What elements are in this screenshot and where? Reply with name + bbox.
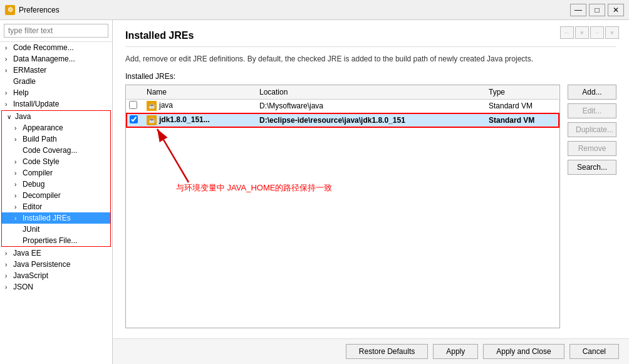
window-controls: — □ ✕ xyxy=(570,4,624,16)
sidebar-item-label: Help xyxy=(13,88,29,97)
sidebar-item-code-coverage[interactable]: Code Coverag... xyxy=(2,145,110,156)
sidebar-item-decompiler[interactable]: ›Decompiler xyxy=(2,190,110,201)
row-checkbox-cell xyxy=(127,113,142,127)
arrow-icon: ∨ xyxy=(7,113,13,120)
window-title: Preferences xyxy=(19,6,60,14)
nav-forward-button[interactable]: → xyxy=(590,26,604,39)
sidebar-item-label: Code Coverag... xyxy=(23,146,77,155)
sidebar: ›Code Recomme...›Data Manageme...›ERMast… xyxy=(0,20,113,364)
jre-table: Name Location Type ☕javaD:\Mysoftware\ja… xyxy=(126,85,559,128)
action-btn-duplicate[interactable]: Duplicate... xyxy=(568,122,616,137)
arrow-icon: › xyxy=(5,273,11,279)
sidebar-item-label: Properties File... xyxy=(23,236,77,245)
sidebar-item-label: Java Persistence xyxy=(13,260,70,269)
java-group-box: ∨Java›Appearance›Build PathCode Coverag.… xyxy=(1,110,111,247)
sidebar-item-label: Editor xyxy=(23,202,42,211)
arrow-icon: › xyxy=(5,56,11,63)
arrow-icon: › xyxy=(5,261,11,268)
svg-line-1 xyxy=(157,129,189,182)
arrow-icon: › xyxy=(5,101,11,108)
sidebar-item-javascript[interactable]: ›JavaScript xyxy=(0,270,112,281)
arrow-icon: › xyxy=(14,159,21,165)
arrow-icon: › xyxy=(14,125,21,132)
bottom-btn-restoredefaults[interactable]: Restore Defaults xyxy=(346,344,428,359)
bottom-btn-apply[interactable]: Apply xyxy=(433,344,478,359)
search-input[interactable] xyxy=(4,24,108,38)
sidebar-item-junit[interactable]: JUnit xyxy=(2,224,110,235)
sidebar-item-label: Install/Update xyxy=(13,100,59,108)
sidebar-item-label: JSON xyxy=(13,283,33,291)
sidebar-item-java-ee[interactable]: ›Java EE xyxy=(0,247,112,259)
row-checkbox-cell xyxy=(127,100,142,113)
sidebar-item-label: Code Style xyxy=(23,157,60,166)
row-type: Standard VM xyxy=(484,100,559,113)
title-bar: ⚙ Preferences — □ ✕ xyxy=(0,0,629,20)
jre-table-container: Name Location Type ☕javaD:\Mysoftware\ja… xyxy=(125,85,560,328)
arrow-icon: › xyxy=(14,204,21,211)
jre-icon: ☕ xyxy=(147,101,157,111)
col-type-header: Type xyxy=(484,85,559,100)
arrow-icon: › xyxy=(14,136,21,143)
sidebar-item-code-recommender[interactable]: ›Code Recomme... xyxy=(0,42,112,53)
minimize-button[interactable]: — xyxy=(570,4,586,16)
sidebar-item-label: Installed JREs xyxy=(23,214,71,222)
sidebar-item-label: Java EE xyxy=(13,249,41,257)
content-area: ← ▾ → ▾ Installed JREs Add, remove or ed… xyxy=(113,20,629,338)
app-icon: ⚙ xyxy=(5,5,15,15)
sidebar-item-label: Java xyxy=(15,112,31,121)
action-btn-edit[interactable]: Edit... xyxy=(568,103,616,118)
nav-back-button[interactable]: ← xyxy=(560,26,574,39)
bottom-btn-applyandclose[interactable]: Apply and Close xyxy=(483,344,564,359)
row-checkbox[interactable] xyxy=(129,101,137,109)
maximize-button[interactable]: □ xyxy=(589,4,605,16)
arrow-icon: › xyxy=(14,181,21,188)
bottom-btn-cancel[interactable]: Cancel xyxy=(569,344,619,359)
sidebar-item-help[interactable]: ›Help xyxy=(0,87,112,98)
annotation-arrow-svg xyxy=(138,123,276,185)
arrow-icon: › xyxy=(14,215,21,222)
sidebar-item-debug[interactable]: ›Debug xyxy=(2,179,110,190)
table-row[interactable]: ☕javaD:\Mysoftware\javaStandard VM xyxy=(127,100,559,113)
sidebar-item-properties-file[interactable]: Properties File... xyxy=(2,235,110,246)
title-bar-left: ⚙ Preferences xyxy=(5,5,60,15)
sidebar-item-label: ERMaster xyxy=(13,66,46,75)
sidebar-item-installed-jres[interactable]: ›Installed JREs xyxy=(2,212,110,224)
content-description: Add, remove or edit JRE definitions. By … xyxy=(125,53,616,65)
sidebar-item-code-style[interactable]: ›Code Style xyxy=(2,156,110,167)
sidebar-item-build-path[interactable]: ›Build Path xyxy=(2,133,110,145)
sidebar-item-compiler[interactable]: ›Compiler xyxy=(2,167,110,179)
sidebar-item-editor[interactable]: ›Editor xyxy=(2,201,110,212)
sidebar-item-label: Data Manageme... xyxy=(13,55,75,63)
search-box xyxy=(0,20,112,42)
row-checkbox[interactable] xyxy=(130,115,138,123)
sidebar-item-label: Decompiler xyxy=(23,191,61,200)
nav-back-dropdown[interactable]: ▾ xyxy=(575,26,589,39)
row-name: ☕java xyxy=(142,100,254,113)
sidebar-item-label: Appearance xyxy=(23,123,63,132)
arrow-icon: › xyxy=(14,170,21,177)
sidebar-item-java[interactable]: ∨Java xyxy=(2,111,110,122)
sidebar-item-label: JavaScript xyxy=(13,271,48,280)
action-btn-add[interactable]: Add... xyxy=(568,85,616,100)
sidebar-item-appearance[interactable]: ›Appearance xyxy=(2,122,110,133)
row-type: Standard VM xyxy=(484,113,559,127)
action-btn-search[interactable]: Search... xyxy=(568,160,616,175)
row-location: D:\eclipse-ide\resource\java\jdk1.8.0_15… xyxy=(254,113,484,127)
nav-bar: ← ▾ → ▾ xyxy=(560,26,619,39)
sidebar-item-ermaster[interactable]: ›ERMaster xyxy=(0,65,112,76)
sidebar-item-json[interactable]: ›JSON xyxy=(0,281,112,293)
annotation-overlay: 与环境变量中 JAVA_HOME的路径保持一致 xyxy=(138,123,276,187)
close-button[interactable]: ✕ xyxy=(608,4,624,16)
nav-forward-dropdown[interactable]: ▾ xyxy=(605,26,619,39)
sidebar-item-gradle[interactable]: Gradle xyxy=(0,76,112,87)
sidebar-item-label: Debug xyxy=(23,180,44,189)
sidebar-item-install-update[interactable]: ›Install/Update xyxy=(0,98,112,110)
sidebar-item-data-management[interactable]: ›Data Manageme... xyxy=(0,53,112,65)
sidebar-item-java-persistence[interactable]: ›Java Persistence xyxy=(0,259,112,270)
table-row[interactable]: ☕jdk1.8.0_151...D:\eclipse-ide\resource\… xyxy=(127,113,559,127)
action-btn-remove[interactable]: Remove xyxy=(568,141,616,156)
table-wrapper: Name Location Type ☕javaD:\Mysoftware\ja… xyxy=(125,85,560,328)
main-container: ›Code Recomme...›Data Manageme...›ERMast… xyxy=(0,20,629,364)
arrow-icon: › xyxy=(5,250,11,257)
sidebar-item-label: Gradle xyxy=(13,77,36,86)
